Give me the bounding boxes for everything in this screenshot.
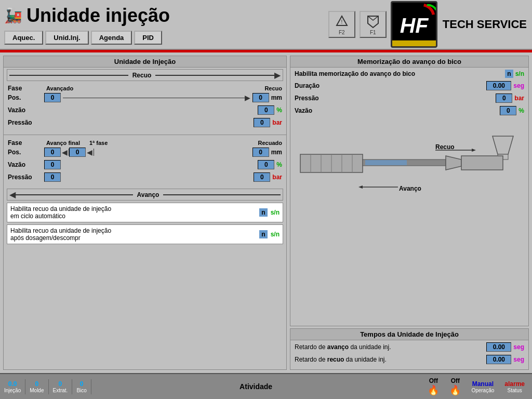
vazao-mem-unit: %	[518, 107, 524, 114]
pressao-label-1: Pressão	[8, 119, 44, 126]
injection-diagram: Recuo Avanço	[295, 126, 524, 198]
tab-pid[interactable]: PID	[134, 31, 162, 45]
svg-marker-12	[446, 156, 461, 170]
pos-input-2[interactable]: 0	[252, 93, 269, 102]
f1-button[interactable]: F1	[360, 11, 387, 38]
retardo-recuo-bold: recuo	[327, 356, 344, 363]
phase1-section: Fase Avançado Recuo Pos. 0 ▶ 0 mm Vazão …	[4, 83, 286, 132]
f2-label: F2	[339, 30, 345, 35]
nav-tabs: Aquec. Unid.Inj. Agenda PID	[0, 29, 324, 47]
extrat-label: Extrat.	[53, 388, 68, 393]
operacao-label: Operação	[471, 388, 494, 393]
manual-operacao-col: Manual Operação	[468, 380, 497, 393]
svg-marker-13	[493, 136, 513, 154]
retardo-avanco-prefix: Retardo de	[295, 343, 327, 351]
avanco-label: Avanço	[133, 191, 164, 198]
pos2-row: Pos. 0 ◀ 0 ◀ 0 mm	[8, 148, 282, 157]
pos-input-1[interactable]: 0	[44, 93, 61, 102]
retardo-recuo-input[interactable]: 0.00	[486, 355, 511, 364]
vazao-mem-input[interactable]: 0	[500, 106, 516, 115]
tempos-section: Retardo de avanço da unidade inj. 0.00 s…	[290, 340, 528, 369]
retardo-avanco-input[interactable]: 0.00	[486, 342, 511, 352]
habilita-row: Habilita memorização do avanço do bico n…	[295, 70, 524, 78]
vazao2-row: Vazão 0 0 %	[8, 160, 282, 169]
duracao-unit: seg	[513, 82, 524, 89]
off1-label: Off	[429, 377, 438, 384]
pressao-input-1[interactable]: 0	[254, 118, 270, 127]
atividade-label: Atividade	[91, 382, 421, 391]
recuado-label: Recuado	[258, 140, 282, 146]
tech-service-label: TECH SERVICE	[437, 18, 532, 31]
recuo-diagram-label: Recuo	[435, 143, 455, 151]
bico-status: 0 Bico	[72, 379, 91, 394]
tab-agenda[interactable]: Agenda	[91, 31, 132, 45]
flame2-icon: 🔥	[449, 384, 461, 396]
header-icons: ! F2 F1	[324, 11, 391, 38]
svg-marker-18	[472, 149, 476, 152]
checkbox2-n[interactable]: n	[259, 230, 267, 238]
right-panel: Memorização do avanço do bico Habilita m…	[290, 56, 529, 370]
pos-arrow-right: ▶	[245, 94, 250, 102]
primeira-fase-label: 1ª fase	[89, 140, 108, 146]
title-row: 🚂 Unidade injeção	[0, 3, 324, 29]
recuo-label: Recuo	[128, 72, 156, 79]
memorization-section: Habilita memorização do avanço do bico n…	[290, 68, 528, 121]
alarme-col: alarme Status	[501, 380, 528, 393]
tab-unid-inj[interactable]: Unid.Inj.	[45, 31, 88, 45]
retardo-recuo-prefix: Retardo de	[295, 356, 327, 363]
tab-aquec[interactable]: Aquec.	[4, 31, 43, 45]
pos-input-4[interactable]: 0	[69, 148, 86, 157]
pressao-input-3[interactable]: 0	[254, 172, 270, 182]
molde-label: Molde	[30, 388, 44, 393]
avancado-label: Avançado	[46, 85, 73, 91]
svg-marker-20	[358, 185, 363, 189]
retardo-avanco-bold: avanço	[327, 343, 349, 351]
recuo-arrow-right: ▶	[274, 70, 281, 80]
vazao-label-1: Vazão	[8, 107, 44, 114]
vazao-input-2[interactable]: 0	[44, 160, 61, 169]
retardo-recuo-suffix: da unidade inj.	[344, 356, 386, 363]
molde-value: 0	[35, 380, 39, 388]
pressao-label-2: Pressão	[8, 174, 44, 181]
pos-input-5[interactable]: 0	[252, 148, 269, 157]
divider-1	[4, 135, 286, 135]
checkbox2-text: Habilita recuo da unidade de injeçãoapós…	[10, 227, 111, 242]
vazao-label-2: Vazão	[8, 161, 44, 168]
checkbox1-n[interactable]: n	[259, 208, 267, 217]
habilita-n[interactable]: n	[505, 70, 513, 78]
phase2-section: Fase Avanço final 1ª fase Recuado Pos. 0…	[4, 137, 286, 187]
retardo-recuo-row: Retardo de recuo da unidade inj. 0.00 se…	[295, 355, 524, 364]
pos-label-2: Pos.	[8, 149, 44, 156]
injecao-status: 0.0 Injeção	[0, 379, 25, 394]
pos-label-1: Pos.	[8, 94, 44, 101]
habilita-sn: s/n	[515, 70, 524, 77]
vazao-input-3[interactable]: 0	[258, 160, 274, 169]
pressao-mem-unit: bar	[514, 95, 524, 102]
injecao-label: Injeção	[4, 388, 21, 393]
header-left: 🚂 Unidade injeção Aquec. Unid.Inj. Agend…	[0, 3, 324, 47]
vazao-input-1[interactable]: 0	[258, 105, 274, 115]
alarme-label: alarme	[504, 380, 525, 388]
hf-logo: HF	[391, 1, 437, 48]
svg-rect-16	[365, 160, 407, 165]
right-top-panel: Memorização do avanço do bico Habilita m…	[290, 56, 529, 326]
extrat-value: 0	[59, 380, 62, 388]
pressao-input-2[interactable]: 0	[44, 172, 61, 182]
f2-button[interactable]: ! F2	[328, 11, 355, 38]
duracao-input[interactable]: 0.00	[486, 81, 511, 90]
avanco-diagram-label: Avanço	[399, 185, 421, 192]
pos-input-3[interactable]: 0	[44, 148, 61, 157]
svg-text:!: !	[341, 19, 342, 25]
right-bottom-title: Tempos da Unidade de Injeção	[290, 329, 528, 340]
checkbox-block-1: Habilita recuo da unidade de injeçãoem c…	[7, 203, 283, 222]
arrow-left-2: ◀	[87, 148, 92, 156]
manual-label: Manual	[472, 380, 494, 388]
flame1-icon: 🔥	[428, 384, 439, 396]
mm-unit-1: mm	[271, 94, 282, 101]
pressao-mem-input[interactable]: 0	[496, 94, 512, 103]
header: 🚂 Unidade injeção Aquec. Unid.Inj. Agend…	[0, 0, 532, 50]
vazao1-row: Vazão 0 %	[8, 105, 282, 115]
off1-col: Off 🔥	[424, 377, 442, 396]
pressao-mem-row: Pressão 0 bar	[295, 94, 524, 103]
train-icon: 🚂	[4, 7, 22, 24]
